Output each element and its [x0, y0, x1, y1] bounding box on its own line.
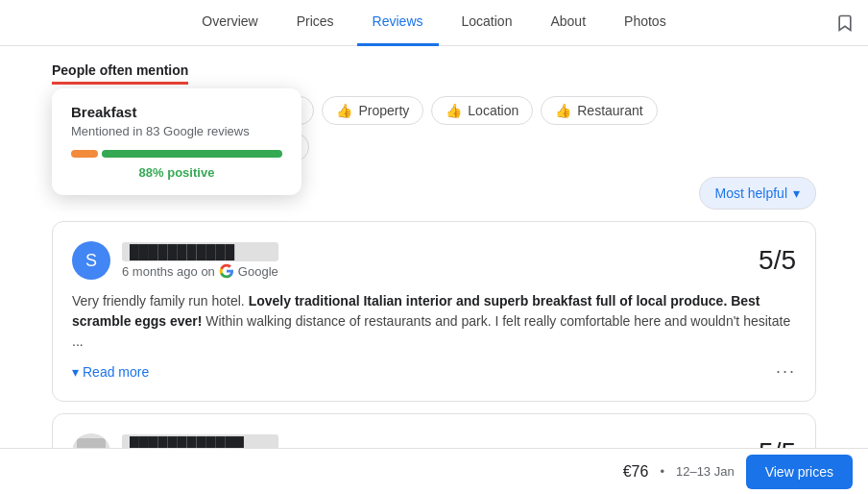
thumb-icon-restaurant: 👍: [555, 103, 571, 118]
avatar-1: S: [72, 241, 110, 280]
platform-1: Google: [238, 264, 278, 279]
google-logo-1: [219, 263, 234, 279]
nav-item-overview[interactable]: Overview: [186, 0, 273, 46]
chip-location[interactable]: 👍 Location: [431, 96, 533, 125]
view-prices-button[interactable]: View prices: [746, 455, 853, 489]
price-separator: •: [660, 464, 664, 479]
reviewer-details-1: ███████████ 6 months ago on Google: [122, 242, 278, 279]
nav-item-reviews[interactable]: Reviews: [357, 0, 439, 46]
reviewer-name-1: ███████████: [122, 242, 278, 261]
read-more-arrow-1: ▾: [72, 364, 79, 380]
time-ago-1: 6 months ago on: [122, 264, 215, 279]
top-nav: Overview Prices Reviews Location About P…: [0, 0, 868, 46]
date-range: 12–13 Jan: [676, 464, 735, 479]
people-mention-title: People often mention: [52, 62, 188, 85]
chip-property-label: Property: [358, 103, 409, 118]
sort-label: Most helpful: [715, 185, 787, 201]
review-footer-1: ▾ Read more ···: [72, 361, 796, 382]
nav-item-prices[interactable]: Prices: [281, 0, 350, 46]
chip-location-label: Location: [468, 103, 518, 118]
review-plain-1: Very friendly family run hotel.: [72, 293, 249, 309]
rating-1: 5/5: [759, 245, 796, 276]
tooltip-card: Breakfast Mentioned in 83 Google reviews…: [52, 88, 301, 195]
sort-button[interactable]: Most helpful ▾: [699, 177, 816, 210]
chip-restaurant[interactable]: 👍 Restaurant: [541, 96, 657, 125]
tooltip-subtitle: Mentioned in 83 Google reviews: [71, 124, 282, 138]
tooltip-percent: 88% positive: [71, 165, 282, 180]
chip-restaurant-label: Restaurant: [577, 103, 642, 118]
review-card-1: S ███████████ 6 months ago on Google: [52, 221, 816, 402]
thumb-icon-property: 👍: [336, 103, 352, 118]
review-header-1: S ███████████ 6 months ago on Google: [72, 241, 796, 280]
reviewer-meta-1: 6 months ago on Google: [122, 263, 278, 279]
bookmark-button[interactable]: [822, 0, 868, 46]
review-text-1: Very friendly family run hotel. Lovely t…: [72, 291, 796, 352]
chip-property[interactable]: 👍 Property: [322, 96, 423, 125]
read-more-label-1: Read more: [83, 364, 149, 380]
bottom-bar: €76 • 12–13 Jan View prices: [0, 448, 868, 494]
tooltip-title: Breakfast: [71, 104, 282, 120]
progress-bar: [71, 150, 282, 158]
more-options-1[interactable]: ···: [776, 361, 796, 382]
price-display: €76: [623, 463, 649, 481]
nav-item-location[interactable]: Location: [446, 0, 528, 46]
thumb-icon-location: 👍: [446, 103, 462, 118]
nav-item-about[interactable]: About: [535, 0, 601, 46]
read-more-button-1[interactable]: ▾ Read more: [72, 364, 149, 380]
sort-dropdown-arrow: ▾: [793, 185, 800, 201]
progress-negative: [71, 150, 98, 158]
reviewer-info-1: S ███████████ 6 months ago on Google: [72, 241, 278, 280]
progress-positive: [102, 150, 282, 158]
nav-item-photos[interactable]: Photos: [609, 0, 682, 46]
